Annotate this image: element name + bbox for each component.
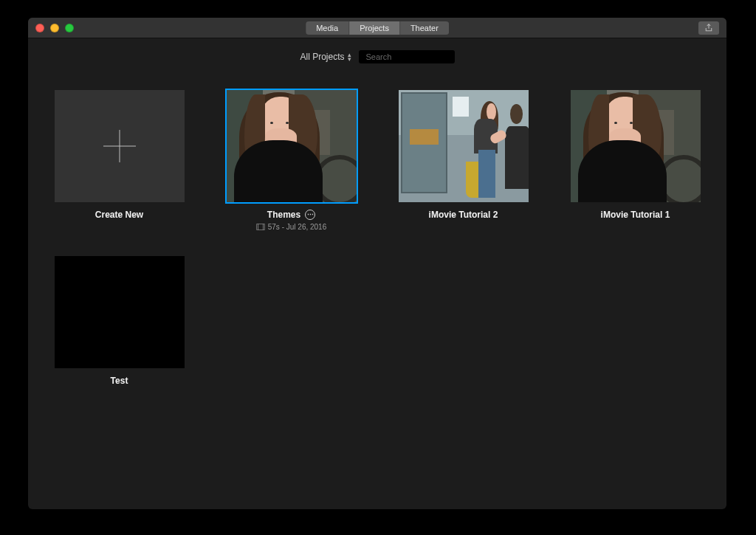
project-thumbnail[interactable] xyxy=(227,90,357,202)
window-controls xyxy=(35,24,74,32)
project-thumbnail[interactable] xyxy=(571,90,701,202)
view-segmented-control: Media Projects Theater xyxy=(306,21,449,35)
create-new-button[interactable] xyxy=(55,90,185,202)
thumbnail-image xyxy=(227,90,357,202)
movie-icon xyxy=(256,224,265,230)
project-title: iMovie Tutorial 1 xyxy=(601,210,670,220)
project-filter-dropdown[interactable]: All Projects ▴▾ xyxy=(300,52,351,62)
fullscreen-button[interactable] xyxy=(65,24,74,32)
projects-grid: Create New Themes ⋯ 57s - xyxy=(28,71,726,405)
minimize-button[interactable] xyxy=(50,24,59,32)
project-title: Test xyxy=(111,376,128,386)
sort-arrows-icon: ▴▾ xyxy=(348,52,351,61)
project-cell-tutorial-2: iMovie Tutorial 2 xyxy=(397,90,529,231)
share-icon xyxy=(704,24,713,32)
close-button[interactable] xyxy=(35,24,44,32)
project-cell-themes: Themes ⋯ 57s - Jul 26, 2016 xyxy=(225,90,357,231)
thumbnail-image xyxy=(399,90,529,202)
create-new-cell: Create New xyxy=(53,90,185,231)
project-thumbnail[interactable] xyxy=(55,256,185,368)
search-input[interactable] xyxy=(366,52,468,61)
share-button[interactable] xyxy=(698,21,719,35)
tab-projects[interactable]: Projects xyxy=(349,21,400,35)
project-cell-tutorial-1: iMovie Tutorial 1 xyxy=(569,90,701,231)
project-cell-test: Test xyxy=(53,256,185,386)
app-window: Media Projects Theater All Projects ▴▾ C… xyxy=(28,18,726,509)
project-meta: 57s - Jul 26, 2016 xyxy=(256,223,327,231)
project-title: Themes xyxy=(267,210,300,220)
tab-media[interactable]: Media xyxy=(306,21,349,35)
titlebar: Media Projects Theater xyxy=(28,18,726,38)
svg-rect-1 xyxy=(256,224,264,229)
tab-theater[interactable]: Theater xyxy=(400,21,449,35)
plus-icon xyxy=(103,130,136,162)
create-new-label: Create New xyxy=(95,210,143,220)
search-field[interactable] xyxy=(359,50,455,63)
project-thumbnail[interactable] xyxy=(399,90,529,202)
project-more-button[interactable]: ⋯ xyxy=(305,210,315,220)
svg-rect-3 xyxy=(263,224,264,229)
filter-bar: All Projects ▴▾ xyxy=(28,43,726,71)
project-filter-label: All Projects xyxy=(300,52,344,62)
project-title: iMovie Tutorial 2 xyxy=(429,210,498,220)
thumbnail-image xyxy=(571,90,701,202)
svg-rect-2 xyxy=(258,224,258,229)
